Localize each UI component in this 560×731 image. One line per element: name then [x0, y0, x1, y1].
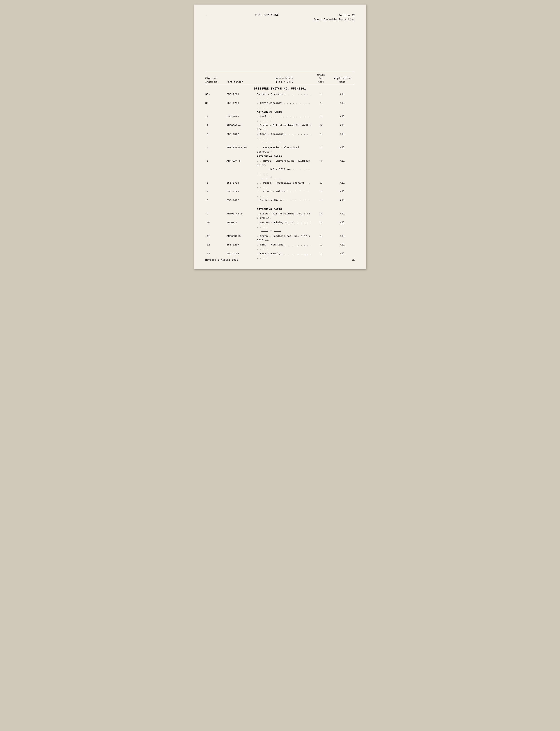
attaching-label: ATTACHING PARTS — [257, 207, 355, 211]
cell-nom: . Screw - Fil hd machine, No. 3-48 x 3/8… — [257, 212, 312, 220]
star-divider-row: * — [205, 229, 355, 234]
cell-nom: . . Plate - Receptacle backing . . . . .… — [257, 181, 312, 189]
cell-app: All — [330, 234, 355, 238]
cell-units: 1 — [313, 234, 329, 238]
nom-sub-numbers: 1 2 3 4 5 6 7 — [276, 81, 293, 83]
col-header-app: ApplicationCode — [330, 77, 355, 84]
cell-fig: -12 — [205, 243, 226, 247]
cell-part: AN3102A14S-7P — [227, 145, 256, 150]
cell-fig: -5 — [205, 159, 226, 163]
cell-part: AN500A6-4 — [227, 123, 256, 127]
cell-app: All — [330, 212, 355, 216]
table-row: 30- 555-1790 . Cover Assembly . . . . . … — [205, 101, 355, 110]
cell-nom: . Screw - Fil hd machine No. 6-32 x 1/4 … — [257, 123, 312, 132]
cell-fig: -3 — [205, 132, 226, 136]
cell-app: All — [330, 220, 355, 225]
cell-app: All — [330, 132, 355, 136]
table-row: -1 555-4081 . Seal . . . . . . . . . . .… — [205, 114, 355, 123]
cell-app: All — [330, 92, 355, 96]
cell-units: 4 — [313, 159, 329, 163]
cell-app: All — [330, 123, 355, 127]
cell-fig: -4 — [205, 145, 226, 150]
cell-part: 555-1790 — [227, 101, 256, 105]
table-row: -4 AN3102A14S-7P . . Receptacle - Electr… — [205, 145, 355, 154]
cell-part: AN500-A3-6 — [227, 212, 256, 216]
page-number: 61 — [352, 258, 355, 261]
cell-part: 555-1789 — [227, 189, 256, 193]
cell-units: 1 — [313, 145, 329, 150]
cell-fig: -1 — [205, 114, 226, 118]
table-body: PRESSURE SWITCH NO. 555-2261 30- 555-226… — [205, 85, 355, 260]
cell-fig: -13 — [205, 251, 226, 256]
cell-nom: . . Cover - Switch . . . . . . . . . . .… — [257, 189, 312, 198]
cell-fig: -6 — [205, 181, 226, 185]
star-divider: * — [257, 176, 312, 180]
cell-units: 3 — [313, 123, 329, 127]
cell-units: 1 — [313, 114, 329, 118]
cell-fig: -11 — [205, 234, 226, 238]
col-header-units: UnitsPerAssy — [313, 73, 329, 84]
cell-fig: 30- — [205, 92, 226, 96]
cell-app: All — [330, 145, 355, 150]
cell-part: 555-1527 — [227, 132, 256, 136]
cell-units: 1 — [313, 251, 329, 256]
table-row: -12 555-1287 . Ring - Mounting . . . . .… — [205, 242, 355, 251]
cell-part: AN470A4-5 — [227, 159, 256, 163]
cell-part: AN565D6H3 — [227, 234, 256, 238]
star-divider: * — [257, 141, 312, 145]
cell-fig: -2 — [205, 123, 226, 127]
cell-units: 1 — [313, 243, 329, 247]
cell-fig: 30- — [205, 101, 226, 105]
cell-app: All — [330, 189, 355, 193]
cell-units: 3 — [313, 212, 329, 216]
col-header-fig: Fig. andIndex No. — [205, 77, 226, 84]
parts-table: Fig. andIndex No. Part Number Nomenclatu… — [205, 72, 355, 260]
page: - T.O. 8S2-1-34 Section II Group Assembl… — [194, 5, 366, 269]
table-row-attaching: ATTACHING PARTS — [205, 207, 355, 211]
table-row: -2 AN500A6-4 . Screw - Fil hd machine No… — [205, 123, 355, 132]
cell-app: All — [330, 181, 355, 185]
attaching-label: ATTACHING PARTS — [257, 110, 355, 114]
cell-units: 1 — [313, 132, 329, 136]
cell-nom: Switch - Pressure . . . . . . . . . . . … — [257, 92, 312, 101]
cell-units: 1 — [313, 181, 329, 185]
cell-app: All — [330, 198, 355, 202]
cell-nom: . Cover Assembly . . . . . . . . . . . .… — [257, 101, 312, 109]
cell-nom: . Washer - Plain, No. 3 . . . . . . . . … — [257, 220, 312, 229]
header-left: - — [205, 14, 223, 17]
cell-units: 1 — [313, 198, 329, 202]
cell-fig: -10 — [205, 220, 226, 225]
star-divider-row: * — [205, 176, 355, 181]
cell-units: 1 — [313, 101, 329, 105]
table-row: -10 AN960-3 . Washer - Plain, No. 3 . . … — [205, 220, 355, 229]
table-row: -5 AN470A4-5 . . Rivet - Universal hd, a… — [205, 159, 355, 176]
cell-part: AN960-3 — [227, 220, 256, 225]
cell-app: All — [330, 243, 355, 247]
cell-app: All — [330, 251, 355, 256]
table-row: -3 555-1527 . Band - Clamping . . . . . … — [205, 132, 355, 141]
cell-part: 555-1794 — [227, 181, 256, 185]
col-header-nom: Nomenclature 1 2 3 4 5 6 7 — [257, 77, 312, 84]
star-divider: * — [257, 229, 312, 234]
table-row: -6 555-1794 . . Plate - Receptacle backi… — [205, 181, 355, 189]
col-header-part: Part Number — [227, 80, 256, 84]
table-row-attaching: ATTACHING PARTS — [205, 110, 355, 114]
star-divider-row: * — [205, 141, 355, 145]
section-subtitle: Group Assembly Parts List — [309, 18, 355, 22]
left-dash: - — [205, 14, 207, 17]
cell-fig: -7 — [205, 189, 226, 193]
cell-part: 555-1877 — [227, 198, 256, 202]
cell-units: 1 — [313, 189, 329, 193]
table-row: 30- 555-2261 Switch - Pressure . . . . .… — [205, 92, 355, 101]
table-row: -9 AN500-A3-6 . Screw - Fil hd machine, … — [205, 211, 355, 220]
cell-part: 555-4192 — [227, 251, 256, 256]
table-row: -11 AN565D6H3 . Screw - Headless set, No… — [205, 234, 355, 243]
table-row: -8 555-1877 . Switch - Micro . . . . . .… — [205, 198, 355, 207]
cell-app: All — [330, 159, 355, 163]
cell-app: All — [330, 101, 355, 105]
cell-app: All — [330, 114, 355, 118]
cell-units: 3 — [313, 220, 329, 225]
image-area — [205, 24, 355, 69]
cell-nom: . Switch - Micro . . . . . . . . . . . .… — [257, 198, 312, 207]
section-title-pressure: PRESSURE SWITCH NO. 555-2261 — [205, 85, 355, 92]
